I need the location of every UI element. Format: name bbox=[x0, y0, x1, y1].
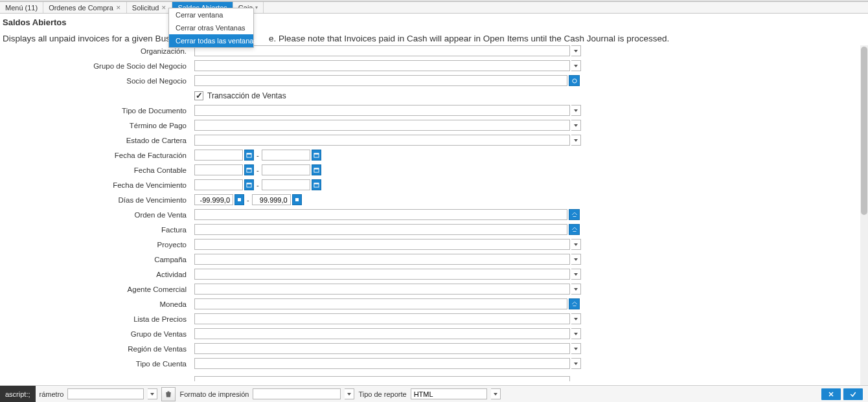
tab-row: Menú (11) Ordenes de Compra✕ Solicitud✕ … bbox=[0, 2, 868, 14]
grupo-ventas-input[interactable] bbox=[194, 328, 570, 339]
svg-rect-10 bbox=[247, 183, 251, 184]
parametro-select[interactable] bbox=[67, 388, 144, 399]
agente-input[interactable] bbox=[194, 284, 570, 295]
svg-point-0 bbox=[572, 78, 576, 82]
search-button[interactable] bbox=[569, 224, 580, 235]
page-description: Displays all unpaid invoices for a given… bbox=[0, 30, 868, 47]
dropdown-button[interactable] bbox=[571, 45, 581, 56]
label-grupo-socio: Grupo de Socio del Negocio bbox=[0, 62, 194, 70]
dropdown-button[interactable] bbox=[571, 120, 581, 131]
dropdown-button[interactable] bbox=[571, 60, 581, 71]
orden-venta-input[interactable] bbox=[194, 209, 567, 220]
fecha-fact-to[interactable] bbox=[262, 150, 310, 161]
svg-rect-6 bbox=[247, 168, 251, 170]
label-agente: Agente Comercial bbox=[0, 285, 194, 293]
label-estado-cartera: Estado de Cartera bbox=[0, 137, 194, 144]
label-tipo-cuenta: Tipo de Cuenta bbox=[0, 360, 194, 368]
lista-precios-input[interactable] bbox=[194, 313, 570, 324]
tipo-doc-input[interactable] bbox=[194, 105, 570, 116]
tab-label: Ordenes de Compra bbox=[49, 4, 113, 12]
calendar-icon[interactable] bbox=[244, 150, 254, 161]
termino-pago-input[interactable] bbox=[194, 120, 570, 131]
tipo-reporte-select[interactable] bbox=[411, 388, 487, 399]
dropdown-button[interactable] bbox=[571, 343, 581, 354]
label-region-ventas: Región de Ventas bbox=[0, 345, 194, 353]
svg-rect-8 bbox=[314, 168, 319, 170]
tab-solicitud[interactable]: Solicitud✕ bbox=[127, 2, 173, 13]
calculator-icon[interactable] bbox=[292, 194, 302, 205]
moneda-input[interactable] bbox=[194, 298, 567, 309]
dropdown-button[interactable] bbox=[571, 105, 581, 116]
fecha-venc-from[interactable] bbox=[194, 179, 243, 190]
dropdown-button[interactable] bbox=[571, 358, 581, 369]
socio-input[interactable] bbox=[194, 75, 567, 86]
tab-menu[interactable]: Menú (11) bbox=[0, 2, 43, 13]
dropdown-button[interactable] bbox=[571, 135, 581, 146]
tab-ordenes[interactable]: Ordenes de Compra✕ bbox=[43, 2, 127, 13]
label-fecha-fact: Fecha de Facturación bbox=[0, 151, 194, 159]
close-icon[interactable]: ✕ bbox=[161, 5, 166, 11]
fecha-venc-to[interactable] bbox=[262, 179, 310, 190]
dropdown-button[interactable] bbox=[571, 328, 581, 339]
campana-input[interactable] bbox=[194, 254, 570, 265]
partial-input[interactable] bbox=[194, 376, 570, 381]
label-moneda: Moneda bbox=[0, 300, 194, 308]
calculator-icon[interactable] bbox=[234, 194, 244, 205]
label-organizacion: Organización. bbox=[0, 47, 194, 55]
tab-label: Solicitud bbox=[132, 4, 159, 12]
formato-impresion-select[interactable] bbox=[253, 388, 341, 399]
close-icon[interactable]: ✕ bbox=[116, 5, 121, 11]
dropdown-button[interactable] bbox=[345, 388, 354, 399]
dropdown-button[interactable] bbox=[571, 284, 581, 295]
search-button[interactable] bbox=[569, 298, 580, 309]
calendar-icon[interactable] bbox=[244, 179, 254, 190]
cancel-button[interactable] bbox=[821, 388, 841, 400]
grupo-socio-input[interactable] bbox=[194, 60, 570, 71]
calendar-icon[interactable] bbox=[312, 150, 321, 161]
dropdown-button[interactable] bbox=[491, 388, 501, 399]
calendar-icon[interactable] bbox=[312, 179, 321, 190]
fecha-cont-from[interactable] bbox=[194, 164, 243, 175]
dropdown-button[interactable] bbox=[148, 388, 157, 399]
trash-button[interactable] bbox=[161, 387, 176, 401]
factura-input[interactable] bbox=[194, 224, 567, 235]
estado-cartera-input[interactable] bbox=[194, 135, 570, 146]
fecha-cont-to[interactable] bbox=[262, 164, 310, 175]
region-ventas-input[interactable] bbox=[194, 343, 570, 354]
label-socio: Socio del Negocio bbox=[0, 77, 194, 85]
help-button[interactable] bbox=[569, 75, 580, 86]
transaccion-checkbox[interactable] bbox=[194, 91, 203, 100]
calendar-icon[interactable] bbox=[244, 164, 254, 175]
menu-item-cerrar-ventana[interactable]: Cerrar ventana bbox=[169, 8, 253, 21]
tab-label: Menú (11) bbox=[5, 4, 38, 12]
dias-venc-to[interactable] bbox=[252, 194, 291, 205]
label-formato-impresion: Formato de impresión bbox=[179, 390, 249, 398]
label-fecha-cont: Fecha Contable bbox=[0, 166, 194, 174]
tipo-cuenta-input[interactable] bbox=[194, 358, 570, 369]
proyecto-input[interactable] bbox=[194, 239, 570, 250]
dropdown-button[interactable] bbox=[571, 313, 581, 324]
label-tipo-doc: Tipo de Documento bbox=[0, 107, 194, 115]
label-tipo-reporte: Tipo de reporte bbox=[358, 390, 406, 398]
fecha-fact-from[interactable] bbox=[194, 150, 243, 161]
dropdown-button[interactable] bbox=[571, 239, 581, 250]
menu-item-cerrar-todas[interactable]: Cerrar todas las ventanas bbox=[169, 34, 253, 47]
label-proyecto: Proyecto bbox=[0, 241, 194, 249]
label-parametro: rámetro bbox=[40, 390, 64, 398]
actividad-input[interactable] bbox=[194, 269, 570, 280]
svg-rect-2 bbox=[247, 153, 251, 155]
svg-rect-12 bbox=[314, 183, 319, 184]
ok-button[interactable] bbox=[843, 388, 863, 400]
vertical-scrollbar[interactable] bbox=[860, 45, 868, 385]
dias-venc-from[interactable] bbox=[194, 194, 233, 205]
dropdown-button[interactable] bbox=[571, 254, 581, 265]
calendar-icon[interactable] bbox=[312, 164, 321, 175]
chevron-down-icon[interactable]: ▾ bbox=[255, 5, 258, 10]
tab-context-menu: Cerrar ventana Cerrar otras Ventanas Cer… bbox=[168, 8, 254, 48]
label-dias-venc: Días de Vencimiento bbox=[0, 196, 194, 204]
label-actividad: Actividad bbox=[0, 271, 194, 278]
dropdown-button[interactable] bbox=[571, 269, 581, 280]
search-button[interactable] bbox=[569, 209, 580, 220]
footer-bar: ascript:; rámetro Formato de impresión T… bbox=[0, 385, 868, 402]
menu-item-cerrar-otras[interactable]: Cerrar otras Ventanas bbox=[169, 21, 253, 34]
